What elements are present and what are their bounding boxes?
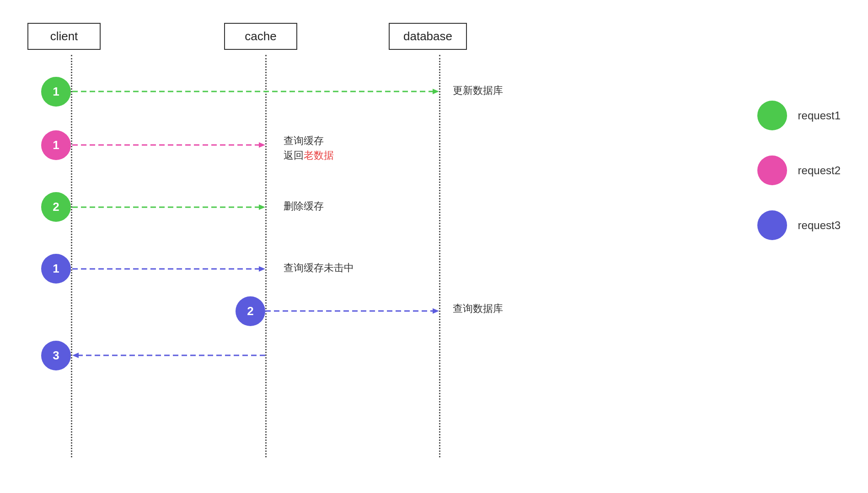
svg-marker-11 [72, 353, 79, 358]
legend-circle-blue [757, 210, 787, 240]
svg-marker-3 [259, 142, 265, 148]
svg-marker-7 [259, 266, 265, 272]
header-cache: cache [224, 23, 297, 50]
label-return-old: 返回老数据 [284, 149, 334, 162]
badge-step3-request1: 2 [41, 192, 71, 222]
diagram-container: client cache database 1 更新数据库 [0, 0, 868, 493]
label-query-cache: 查询缓存 [284, 134, 324, 148]
legend-label-request1: request1 [798, 109, 841, 122]
vline-client [71, 55, 72, 457]
cache-label: cache [245, 29, 276, 43]
legend-request3: request3 [757, 210, 841, 240]
legend-label-request3: request3 [798, 219, 841, 232]
client-label: client [50, 29, 78, 43]
svg-marker-9 [433, 308, 439, 314]
svg-marker-1 [433, 89, 439, 94]
arrows-svg [0, 0, 868, 493]
legend-circle-green [757, 101, 787, 130]
legend-request1: request1 [757, 101, 841, 130]
badge-step2-request2: 1 [41, 130, 71, 160]
label-delete-cache: 删除缓存 [284, 199, 324, 213]
database-label: database [403, 29, 452, 43]
badge-step6-request3-3: 3 [41, 341, 71, 370]
vline-db [439, 55, 440, 457]
legend-circle-pink [757, 155, 787, 185]
label-update-db: 更新数据库 [453, 84, 503, 97]
header-database: database [389, 23, 467, 50]
label-cache-miss: 查询缓存未击中 [284, 261, 354, 275]
badge-step4-request3-1: 1 [41, 254, 71, 284]
legend-request2: request2 [757, 155, 841, 185]
vline-cache [265, 55, 267, 457]
header-client: client [27, 23, 101, 50]
legend-label-request2: request2 [798, 164, 841, 177]
legend: request1 request2 request3 [757, 101, 841, 265]
label-query-db: 查询数据库 [453, 302, 503, 316]
badge-step1-request1: 1 [41, 77, 71, 107]
badge-step5-request3-2: 2 [236, 296, 265, 326]
svg-marker-5 [259, 204, 265, 210]
